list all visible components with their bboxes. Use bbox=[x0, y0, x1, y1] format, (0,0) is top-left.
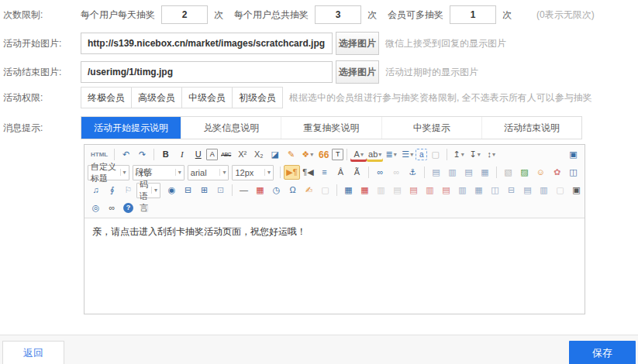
end-image-pick-button[interactable]: 选择图片 bbox=[336, 60, 379, 84]
unordered-list-icon[interactable]: ☰▾ bbox=[399, 147, 416, 162]
delete-row-icon[interactable]: ▤ bbox=[438, 183, 454, 197]
webapp-icon[interactable]: ◉ bbox=[164, 183, 180, 197]
ordered-list-icon[interactable]: ≣▾ bbox=[383, 147, 399, 162]
sort-table-icon[interactable]: ▤ bbox=[519, 183, 536, 197]
chevron-down-icon: ▾ bbox=[478, 151, 481, 158]
subscript-icon[interactable]: X₂ bbox=[250, 147, 267, 162]
justify-center-icon[interactable]: ▥ bbox=[444, 165, 460, 180]
table-border-icon[interactable]: ▥ bbox=[536, 183, 552, 197]
daily-draw-input[interactable] bbox=[161, 5, 208, 24]
form-icon[interactable]: ▢ bbox=[317, 183, 333, 197]
merge-right-icon[interactable]: ◫ bbox=[487, 183, 503, 197]
insert-image-icon[interactable]: ▧ bbox=[500, 165, 516, 180]
start-image-pick-button[interactable]: 选择图片 bbox=[336, 32, 379, 55]
print-icon[interactable]: ▣ bbox=[568, 183, 585, 197]
member-level-button-0[interactable]: 终极会员 bbox=[81, 87, 132, 108]
special-chars-icon[interactable]: Ω bbox=[285, 183, 301, 197]
justify-right-icon[interactable]: ▤ bbox=[460, 165, 477, 180]
hr-icon[interactable]: — bbox=[236, 183, 252, 197]
split-cell-icon[interactable]: ▤ bbox=[389, 183, 405, 197]
back-button[interactable]: 返回 bbox=[2, 341, 64, 364]
ltr-icon[interactable]: ▶¶ bbox=[284, 165, 300, 180]
auto-typeset-icon[interactable]: ❖▾ bbox=[299, 147, 316, 162]
upload-image-icon[interactable]: ▨ bbox=[516, 165, 533, 180]
message-tab-2[interactable]: 重复抽奖说明 bbox=[281, 117, 381, 139]
to-lowercase-icon-glyph: Ã bbox=[354, 168, 360, 177]
word-image-icon-glyph: ✍ bbox=[305, 186, 312, 194]
justify-both-icon[interactable]: ▦ bbox=[477, 165, 493, 180]
strikethrough-icon[interactable]: ABC bbox=[218, 147, 234, 162]
insert-col-icon[interactable]: ▥ bbox=[422, 183, 438, 197]
message-tab-0[interactable]: 活动开始提示说明 bbox=[81, 117, 181, 139]
to-uppercase-icon[interactable]: Â bbox=[333, 165, 349, 180]
clear-doc-icon[interactable]: ▢ bbox=[427, 147, 443, 162]
emotion-icon[interactable]: ☺ bbox=[533, 165, 549, 180]
message-tab-4[interactable]: 活动结束说明 bbox=[481, 117, 581, 139]
member-level-button-3[interactable]: 初级会员 bbox=[232, 87, 283, 108]
attachment-icon[interactable]: ∮ bbox=[104, 183, 120, 197]
delete-col-icon[interactable]: ▥ bbox=[454, 183, 471, 197]
underline-icon[interactable]: U bbox=[190, 147, 206, 162]
rtl-icon[interactable]: ¶◀ bbox=[300, 165, 316, 180]
scrawl-icon[interactable]: ✿ bbox=[549, 165, 565, 180]
font-size-select[interactable]: 12px▾ bbox=[232, 165, 274, 180]
video-icon[interactable]: ◫ bbox=[565, 165, 581, 180]
to-lowercase-icon[interactable]: Ã bbox=[349, 165, 365, 180]
end-image-input[interactable] bbox=[81, 61, 333, 83]
search-replace-icon[interactable]: ∞ bbox=[104, 201, 120, 215]
help-icon[interactable]: ? bbox=[120, 201, 136, 215]
paste-disabled-icon[interactable]: ▢ bbox=[136, 201, 153, 215]
bold-icon[interactable]: B bbox=[157, 147, 174, 162]
paste-filter-icon[interactable]: T bbox=[332, 149, 343, 160]
font-color-icon[interactable]: A▾ bbox=[350, 147, 367, 162]
superscript-icon[interactable]: X² bbox=[234, 147, 250, 162]
preview-icon[interactable]: ◎ bbox=[88, 201, 104, 215]
spacing-top-icon[interactable]: ↥▾ bbox=[450, 147, 467, 162]
remove-format-icon[interactable]: ◪ bbox=[267, 147, 283, 162]
source-button[interactable]: HTML bbox=[88, 151, 111, 158]
blockquote-icon[interactable]: 66 bbox=[316, 147, 332, 162]
fullscreen-icon[interactable]: ▣ bbox=[565, 147, 581, 162]
start-image-input[interactable] bbox=[81, 33, 333, 54]
font-border-icon[interactable]: A bbox=[206, 149, 218, 160]
select-all-icon[interactable]: a bbox=[416, 149, 427, 160]
font-family-select[interactable]: arial▾ bbox=[188, 165, 229, 180]
insert-table-icon[interactable]: ▦ bbox=[340, 183, 357, 197]
member-extra-draw-input[interactable] bbox=[450, 5, 496, 24]
iframe-icon[interactable]: ⊞ bbox=[196, 183, 212, 197]
custom-title-select[interactable]: 自定义标题▾ bbox=[88, 165, 129, 180]
merge-cells-icon[interactable]: ▥ bbox=[373, 183, 389, 197]
editor-content[interactable]: 亲，请点击进入刮刮卡抽奖活动页面，祝您好运哦！ bbox=[84, 218, 585, 311]
member-level-button-1[interactable]: 高级会员 bbox=[131, 87, 182, 108]
delete-table-icon[interactable]: ▦ bbox=[357, 183, 373, 197]
highlight-color-icon[interactable]: ab▾ bbox=[367, 147, 383, 162]
line-height-icon[interactable]: ↕▾ bbox=[483, 147, 499, 162]
justify-left-icon[interactable]: ▤ bbox=[428, 165, 444, 180]
spacing-bottom-icon[interactable]: ↧▾ bbox=[467, 147, 483, 162]
page-break-icon[interactable]: ⊟ bbox=[180, 183, 196, 197]
snapshot-icon[interactable]: ⊡ bbox=[212, 183, 229, 197]
italic-icon[interactable]: I bbox=[174, 147, 190, 162]
undo-icon[interactable]: ↶ bbox=[118, 147, 134, 162]
redo-icon[interactable]: ↷ bbox=[134, 147, 150, 162]
merge-down-icon[interactable]: ⊟ bbox=[503, 183, 519, 197]
audio-icon[interactable]: ♫ bbox=[88, 183, 104, 197]
anchor-icon[interactable]: ⚓ bbox=[405, 165, 421, 180]
message-tab-1[interactable]: 兑奖信息说明 bbox=[181, 117, 281, 139]
save-button[interactable]: 保存 bbox=[569, 341, 636, 364]
link-icon[interactable]: ∞ bbox=[372, 165, 388, 180]
map-icon[interactable]: ⚐ bbox=[120, 183, 136, 197]
code-language-select[interactable]: 代码语言▾ bbox=[136, 183, 160, 198]
word-image-icon[interactable]: ✍ bbox=[301, 183, 317, 197]
date-icon[interactable]: ▦ bbox=[252, 183, 268, 197]
total-draw-input[interactable] bbox=[315, 5, 361, 24]
time-icon[interactable]: ◷ bbox=[268, 183, 285, 197]
indent-icon[interactable]: ≡ bbox=[316, 165, 333, 180]
member-level-button-2[interactable]: 中级会员 bbox=[181, 87, 233, 108]
unlink-icon[interactable]: ∞ bbox=[388, 165, 405, 180]
format-painter-icon[interactable]: ✎ bbox=[283, 147, 299, 162]
doc-icon[interactable]: ▢ bbox=[552, 183, 568, 197]
insert-row-icon[interactable]: ▤ bbox=[405, 183, 422, 197]
table-title-icon[interactable]: ▦ bbox=[471, 183, 487, 197]
message-tab-3[interactable]: 中奖提示 bbox=[381, 117, 481, 139]
